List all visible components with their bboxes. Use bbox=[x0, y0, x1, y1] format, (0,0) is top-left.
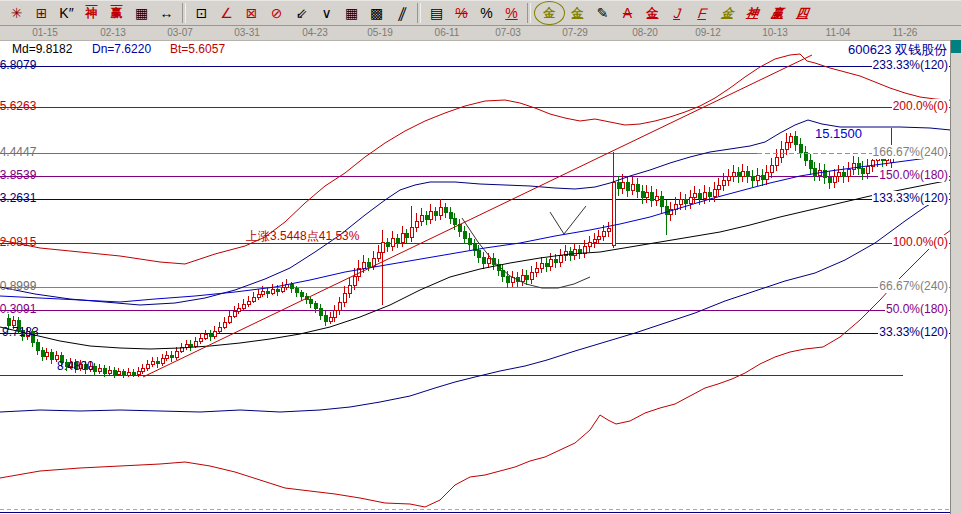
candle-body bbox=[837, 172, 840, 176]
price-axis-label: 14.4447 bbox=[0, 145, 36, 159]
candle-body bbox=[708, 192, 711, 196]
candle-body bbox=[756, 175, 759, 180]
candle-body bbox=[698, 193, 701, 198]
candle-body bbox=[794, 136, 797, 144]
candle-body bbox=[473, 244, 476, 250]
candle-body bbox=[429, 211, 432, 219]
upper-red-band-curve bbox=[0, 54, 961, 264]
candle-body bbox=[300, 292, 303, 296]
candle-body bbox=[593, 239, 596, 242]
upper-navy-band-curve bbox=[0, 120, 961, 305]
candle-body bbox=[583, 246, 586, 253]
candle-body bbox=[617, 182, 620, 188]
candle-body bbox=[482, 257, 485, 263]
candle-body bbox=[381, 242, 384, 252]
candle-body bbox=[689, 197, 692, 203]
candle-body bbox=[194, 341, 197, 346]
candle-body bbox=[799, 144, 802, 152]
candle-body bbox=[693, 193, 696, 197]
candle-body bbox=[223, 322, 226, 327]
candle-body bbox=[252, 297, 255, 301]
candle-body bbox=[204, 334, 207, 338]
candle-body bbox=[631, 184, 634, 190]
candle-body bbox=[338, 302, 341, 310]
candle-body bbox=[655, 196, 658, 200]
candle-body bbox=[7, 318, 10, 325]
candle-body bbox=[333, 310, 336, 317]
percent-axis-label: 166.67%(240) bbox=[872, 145, 949, 159]
price-axis-label: 13.2631 bbox=[0, 191, 36, 205]
price-axis-label: 12.0815 bbox=[0, 235, 36, 249]
candle-body bbox=[722, 180, 725, 185]
percent-axis-label: 133.33%(120) bbox=[872, 191, 949, 205]
candle-body bbox=[732, 172, 735, 176]
candle-body bbox=[185, 344, 188, 347]
candle-body bbox=[674, 204, 677, 209]
candle-body bbox=[362, 262, 365, 268]
candle-body bbox=[261, 291, 264, 294]
candle-body bbox=[549, 259, 552, 266]
candle-body bbox=[343, 293, 346, 302]
candle-body bbox=[113, 370, 116, 374]
percent-axis-label: 66.67%(240) bbox=[878, 279, 949, 293]
candle-body bbox=[463, 231, 466, 238]
candle-body bbox=[607, 228, 610, 231]
candle-body bbox=[660, 196, 663, 206]
candle-body bbox=[521, 275, 524, 281]
candle-body bbox=[391, 238, 394, 246]
candle-body bbox=[833, 176, 836, 182]
candle-body bbox=[161, 358, 164, 363]
candle-body bbox=[329, 317, 332, 321]
candle-body bbox=[156, 361, 159, 363]
candle-body bbox=[828, 177, 831, 182]
candle-body bbox=[98, 368, 101, 371]
candle-body bbox=[612, 182, 615, 245]
candle-body bbox=[218, 327, 221, 331]
candle-body bbox=[242, 304, 245, 308]
candle-body bbox=[396, 238, 399, 242]
candle-body bbox=[271, 289, 274, 293]
candle-body bbox=[439, 207, 442, 215]
candle-body bbox=[377, 252, 380, 258]
price-axis-label: 15.6263 bbox=[0, 99, 36, 113]
candle-body bbox=[823, 170, 826, 177]
candle-body bbox=[141, 368, 144, 371]
candle-body bbox=[314, 303, 317, 308]
lower-red-band-curve bbox=[0, 222, 961, 507]
candle-body bbox=[487, 258, 490, 263]
candle-body bbox=[281, 287, 284, 291]
candle-body bbox=[189, 344, 192, 346]
candle-body bbox=[530, 272, 533, 279]
candle-body bbox=[420, 215, 423, 221]
candle-body bbox=[861, 168, 864, 173]
candle-body bbox=[679, 199, 682, 204]
last-price-label: 15.1500 bbox=[815, 126, 862, 141]
candle-body bbox=[506, 276, 509, 282]
candle-body bbox=[602, 231, 605, 236]
candle-body bbox=[737, 172, 740, 176]
candle-body bbox=[746, 171, 749, 176]
candle-body bbox=[209, 334, 212, 336]
price-axis-label: 8.4800 bbox=[57, 359, 94, 373]
candle-body bbox=[847, 169, 850, 176]
stock-code-name: 600623 双钱股份 bbox=[848, 41, 947, 59]
candle-body bbox=[449, 212, 452, 218]
candle-body bbox=[641, 191, 644, 197]
candle-body bbox=[713, 189, 716, 196]
candle-body bbox=[405, 233, 408, 237]
candle-body bbox=[775, 157, 778, 165]
candle-body bbox=[717, 185, 720, 189]
candle-body bbox=[588, 242, 591, 246]
candle-body bbox=[554, 259, 557, 262]
corner-marker bbox=[951, 40, 961, 53]
candle-body bbox=[324, 315, 327, 321]
candle-body bbox=[41, 350, 44, 356]
candlestick-chart[interactable] bbox=[0, 0, 961, 514]
candle-body bbox=[276, 289, 279, 291]
candle-body bbox=[319, 308, 322, 315]
candle-body bbox=[540, 263, 543, 268]
candle-body bbox=[132, 372, 135, 374]
percent-axis-label: 50.0%(180) bbox=[885, 302, 949, 316]
candle-body bbox=[290, 284, 293, 288]
candle-body bbox=[367, 262, 370, 266]
